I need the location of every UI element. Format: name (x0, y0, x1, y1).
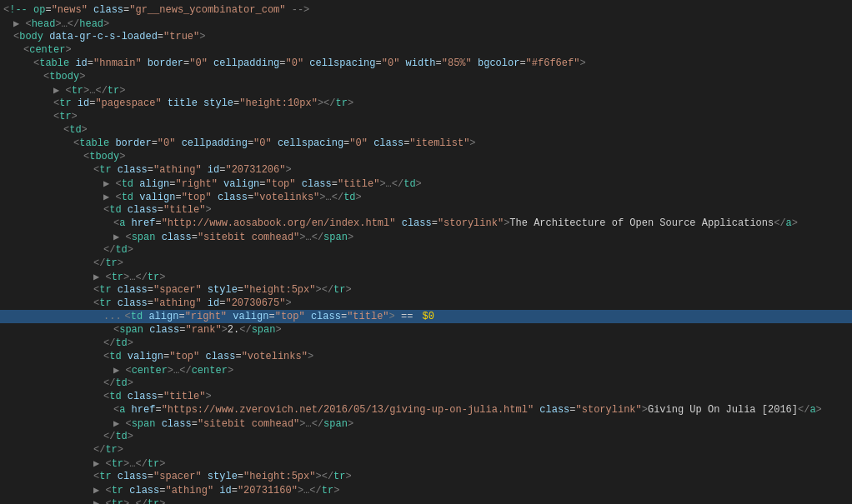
dom-tree-line[interactable]: </td> (0, 377, 852, 390)
dom-tree-line[interactable]: ▶ <span class="sitebit comhead">…</span> (0, 230, 852, 243)
line-content: <tr id="pagespace" title style="height:1… (53, 97, 353, 109)
dom-tree-line[interactable]: <tr id="pagespace" title style="height:1… (0, 97, 852, 110)
line-content: ▶ <td align="right" valign="top" class="… (103, 177, 422, 190)
dom-tree-line[interactable]: ▶ <span class="sitebit comhead">…</span> (0, 417, 852, 430)
line-content: <table border="0" cellpadding="0" cellsp… (73, 137, 476, 149)
dom-tree-line[interactable]: <tr class="athing" id="20731206"> (0, 163, 852, 177)
line-content: <tr class="spacer" style="height:5px"></… (93, 284, 352, 296)
dom-tree-line[interactable]: <body data-gr-c-s-loaded="true"> (0, 30, 852, 43)
dom-inspector-panel: <!-- op="news" class="gr__news_ycombinat… (0, 0, 852, 504)
dom-tree-line[interactable]: <table id="hnmain" border="0" cellpaddin… (0, 57, 852, 70)
line-content: <a href="http://www.aosabook.org/en/inde… (113, 217, 798, 229)
dom-tree-line[interactable]: ▶ <tr class="athing" id="20731160">…</tr… (0, 483, 852, 497)
dom-tree-line[interactable]: </td> (0, 337, 852, 350)
line-content: </tr> (93, 257, 123, 269)
line-content: <td class="title"> (103, 204, 212, 216)
line-content: ▶ <span class="sitebit comhead">…</span> (113, 417, 353, 430)
line-content: ▶ <tr class="athing" id="20731160">…</tr… (93, 484, 339, 497)
line-content: </td> (103, 431, 133, 442)
dom-tree-line[interactable]: </td> (0, 243, 852, 257)
line-content: <!-- op="news" class="gr__news_ycombinat… (3, 4, 309, 16)
line-content: </td> (103, 377, 133, 389)
dom-tree-line[interactable]: ...<td align="right" valign="top" class=… (0, 310, 852, 323)
line-content: <td valign="top" class="votelinks"> (103, 351, 313, 362)
dom-tree-line[interactable]: <td class="title"> (0, 203, 852, 217)
dom-tree-line[interactable]: <td class="title"> (0, 390, 852, 403)
dom-tree-line[interactable]: <tr class="spacer" style="height:5px"></… (0, 283, 852, 297)
ellipsis-dots: ... (103, 311, 122, 322)
line-content: <tbody> (83, 151, 125, 162)
dom-tree-line[interactable]: ▶ <center>…</center> (0, 363, 852, 377)
line-content: ▶ <tr>…</tr> (93, 497, 165, 505)
line-content: <body data-gr-c-s-loaded="true"> (13, 31, 205, 42)
dom-tree-line[interactable]: <tr> (0, 110, 852, 123)
dom-tree-line[interactable]: <a href="https://www.zverovich.net/2016/… (0, 403, 852, 417)
dom-tree-line[interactable]: <table border="0" cellpadding="0" cellsp… (0, 137, 852, 150)
line-content: <a href="https://www.zverovich.net/2016/… (113, 404, 822, 416)
line-content: ▶ <tr>…</tr> (53, 84, 125, 97)
line-content: <tr> (53, 111, 78, 122)
line-content: ▶ <head>…</head> (13, 17, 109, 30)
line-content: <span class="rank">2.</span> (113, 324, 282, 336)
dom-tree-line[interactable]: ▶ <td align="right" valign="top" class="… (0, 177, 852, 190)
line-content: ▶ <td valign="top" class="votelinks">…</… (103, 191, 362, 203)
dom-tree-line[interactable]: ▶ <tr>…</tr> (0, 270, 852, 283)
dom-tree-line[interactable]: </tr> (0, 443, 852, 457)
dom-tree-line[interactable]: </tr> (0, 257, 852, 270)
dom-tree-line[interactable]: <tr class="athing" id="20730675"> (0, 297, 852, 310)
dom-tree-line[interactable]: <td> (0, 123, 852, 137)
line-content: ▶ <tr>…</tr> (93, 271, 165, 283)
line-content: <center> (23, 44, 72, 56)
line-content: <table id="hnmain" border="0" cellpaddin… (33, 57, 586, 69)
line-content: <tr class="spacer" style="height:5px"></… (93, 471, 352, 482)
dom-tree-line[interactable]: </td> (0, 430, 852, 443)
dom-tree-line[interactable]: ▶ <head>…</head> (0, 17, 852, 30)
line-content: <tr class="athing" id="20731206"> (93, 164, 292, 176)
line-content: ▶ <center>…</center> (113, 364, 233, 377)
dom-tree-line[interactable]: ▶ <td valign="top" class="votelinks">…</… (0, 190, 852, 203)
dom-tree-line[interactable]: <td valign="top" class="votelinks"> (0, 350, 852, 363)
line-content: <tbody> (43, 71, 85, 82)
line-content: </td> (103, 337, 133, 349)
line-content: </td> (103, 244, 133, 256)
line-content: ▶ <span class="sitebit comhead">…</span> (113, 231, 353, 243)
dom-tree-line[interactable]: <span class="rank">2.</span> (0, 323, 852, 337)
dom-tree-line[interactable]: <center> (0, 43, 852, 57)
line-content: <td> (63, 124, 88, 136)
dom-tree-line[interactable]: <a href="http://www.aosabook.org/en/inde… (0, 217, 852, 230)
dom-tree-line[interactable]: <!-- op="news" class="gr__news_ycombinat… (0, 3, 852, 17)
line-content: <td class="title"> (103, 391, 212, 402)
line-content: </tr> (93, 444, 123, 456)
dom-tree-line[interactable]: <tbody> (0, 70, 852, 83)
dom-tree-line[interactable]: <tr class="spacer" style="height:5px"></… (0, 470, 852, 483)
line-content: ▶ <tr>…</tr> (93, 457, 165, 470)
dom-tree-line[interactable]: <tbody> (0, 150, 852, 163)
dom-tree-line[interactable]: ▶ <tr>…</tr> (0, 497, 852, 504)
dom-tree-line[interactable]: ▶ <tr>…</tr> (0, 83, 852, 97)
line-content: <td align="right" valign="top" class="ti… (125, 311, 434, 322)
dom-tree-line[interactable]: ▶ <tr>…</tr> (0, 457, 852, 470)
line-content: <tr class="athing" id="20730675"> (93, 297, 292, 309)
